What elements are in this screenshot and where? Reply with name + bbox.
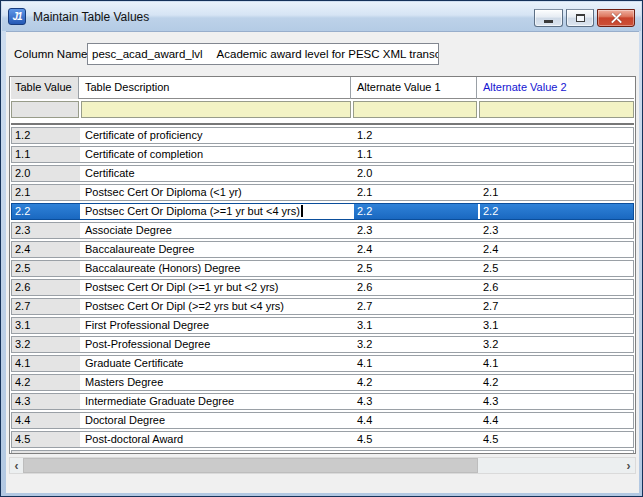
filter-table-value[interactable]	[11, 101, 79, 118]
empty-table-row[interactable]	[11, 450, 634, 454]
restore-button[interactable]	[566, 9, 594, 27]
cell-alternate-value-2[interactable]: 4.3	[480, 394, 633, 409]
table-row[interactable]: 4.3 Intermediate Graduate Degree 4.3 4.3	[11, 393, 634, 410]
cell-table-value[interactable]: 4.2	[12, 375, 80, 390]
scroll-left-arrow-icon[interactable]: ‹	[10, 458, 23, 473]
cell-alternate-value-2[interactable]: 4.1	[480, 356, 633, 371]
cell-alternate-value-2[interactable]: 2.1	[480, 185, 633, 200]
cell-alternate-value-2[interactable]: 3.1	[480, 318, 633, 333]
cell-alternate-value-1[interactable]: 3.2	[354, 337, 478, 352]
cell-alternate-value-1[interactable]: 4.1	[354, 356, 478, 371]
filter-alternate-value-1[interactable]	[353, 101, 477, 118]
scrollbar-track[interactable]	[23, 458, 622, 473]
cell-alternate-value-1[interactable]: 1.1	[354, 147, 478, 162]
cell-table-description[interactable]: First Professional Degree	[82, 318, 352, 333]
cell-table-value[interactable]: 2.3	[12, 223, 80, 238]
horizontal-scrollbar[interactable]: ‹ ›	[9, 457, 636, 474]
table-row[interactable]: 4.1 Graduate Certificate 4.1 4.1	[11, 355, 634, 372]
cell-table-value[interactable]: 1.1	[12, 147, 80, 162]
table-row[interactable]: 4.5 Post-doctoral Award 4.5 4.5	[11, 431, 634, 448]
cell-alternate-value-2[interactable]: 2.2	[480, 204, 633, 219]
table-row[interactable]: 2.3 Associate Degree 2.3 2.3	[11, 222, 634, 239]
close-button[interactable]	[597, 9, 635, 27]
table-row[interactable]: 2.1 Postsec Cert Or Diploma (<1 yr) 2.1 …	[11, 184, 634, 201]
cell-table-value[interactable]: 2.0	[12, 166, 80, 181]
table-row[interactable]: 4.2 Masters Degree 4.2 4.2	[11, 374, 634, 391]
minimize-button[interactable]	[534, 9, 563, 27]
cell-alternate-value-2[interactable]: 2.7	[480, 299, 633, 314]
cell-table-description[interactable]: Certificate of proficiency	[82, 128, 352, 143]
cell-table-value[interactable]: 3.1	[12, 318, 80, 333]
table-row[interactable]: 2.4 Baccalaureate Degree 2.4 2.4	[11, 241, 634, 258]
header-table-description[interactable]: Table Description	[81, 77, 351, 99]
cell-table-value[interactable]: 2.1	[12, 185, 80, 200]
column-name-field[interactable]: pesc_acad_award_lvl Academic award level…	[87, 43, 439, 65]
cell-table-value[interactable]: 2.7	[12, 299, 80, 314]
cell-table-description[interactable]: Intermediate Graduate Degree	[82, 394, 352, 409]
cell-alternate-value-2[interactable]: 4.5	[480, 432, 633, 447]
cell-alternate-value-1[interactable]: 2.6	[354, 280, 478, 295]
cell-alternate-value-1[interactable]: 4.4	[354, 413, 478, 428]
cell-table-description[interactable]: Postsec Cert Or Dipl (>=1 yr but <2 yrs)	[82, 280, 352, 295]
cell-alternate-value-1[interactable]: 3.1	[354, 318, 478, 333]
scrollbar-thumb[interactable]	[23, 458, 478, 473]
cell-table-value[interactable]: 4.4	[12, 413, 80, 428]
cell-table-description[interactable]: Postsec Cert Or Diploma (<1 yr)	[82, 185, 352, 200]
cell-alternate-value-1[interactable]: 2.0	[354, 166, 478, 181]
table-row[interactable]: 2.5 Baccalaureate (Honors) Degree 2.5 2.…	[11, 260, 634, 277]
cell-alternate-value-1[interactable]: 2.1	[354, 185, 478, 200]
cell-alternate-value-2[interactable]	[480, 128, 633, 143]
cell-alternate-value-1[interactable]: 2.4	[354, 242, 478, 257]
cell-table-description[interactable]: Post-doctoral Award	[82, 432, 352, 447]
cell-alternate-value-2[interactable]: 2.3	[480, 223, 633, 238]
cell-alternate-value-2[interactable]	[480, 451, 633, 454]
cell-table-description[interactable]: Doctoral Degree	[82, 413, 352, 428]
cell-table-description[interactable]: Certificate	[82, 166, 352, 181]
table-row[interactable]: 4.4 Doctoral Degree 4.4 4.4	[11, 412, 634, 429]
cell-alternate-value-2[interactable]: 2.5	[480, 261, 633, 276]
cell-alternate-value-1[interactable]: 4.3	[354, 394, 478, 409]
cell-table-description[interactable]: Graduate Certificate	[82, 356, 352, 371]
cell-alternate-value-2[interactable]: 3.2	[480, 337, 633, 352]
cell-alternate-value-1[interactable]: 2.3	[354, 223, 478, 238]
cell-alternate-value-2[interactable]	[480, 166, 633, 181]
table-row[interactable]: 3.1 First Professional Degree 3.1 3.1	[11, 317, 634, 334]
cell-alternate-value-2[interactable]: 4.2	[480, 375, 633, 390]
table-row[interactable]: 1.1 Certificate of completion 1.1	[11, 146, 634, 163]
table-row[interactable]: 2.7 Postsec Cert Or Dipl (>=2 yrs but <4…	[11, 298, 634, 315]
table-row[interactable]: 1.2 Certificate of proficiency 1.2	[11, 127, 634, 144]
cell-alternate-value-2[interactable]: 4.4	[480, 413, 633, 428]
table-row[interactable]: 2.2 Postsec Cert Or Diploma (>=1 yr but …	[11, 203, 634, 220]
header-table-value[interactable]: Table Value	[11, 77, 79, 99]
cell-table-value[interactable]: 4.1	[12, 356, 80, 371]
cell-table-value[interactable]: 2.5	[12, 261, 80, 276]
cell-alternate-value-1[interactable]: 2.5	[354, 261, 478, 276]
cell-alternate-value-1[interactable]: 4.2	[354, 375, 478, 390]
cell-table-value[interactable]: 4.3	[12, 394, 80, 409]
filter-alternate-value-2[interactable]	[479, 101, 634, 118]
cell-table-value[interactable]	[12, 451, 80, 454]
cell-table-value[interactable]: 4.5	[12, 432, 80, 447]
app-icon[interactable]: J1	[8, 8, 26, 25]
cell-table-description[interactable]: Associate Degree	[82, 223, 352, 238]
cell-table-description[interactable]	[82, 451, 352, 454]
header-alternate-value-1[interactable]: Alternate Value 1	[353, 77, 477, 99]
cell-table-value[interactable]: 2.2	[12, 204, 80, 219]
cell-table-description[interactable]: Baccalaureate (Honors) Degree	[82, 261, 352, 276]
cell-alternate-value-1[interactable]: 2.2	[354, 204, 478, 219]
cell-alternate-value-2[interactable]: 2.6	[480, 280, 633, 295]
filter-table-description[interactable]	[81, 101, 351, 118]
cell-alternate-value-2[interactable]	[480, 147, 633, 162]
cell-alternate-value-1[interactable]	[354, 451, 478, 454]
header-alternate-value-2[interactable]: Alternate Value 2	[479, 77, 634, 99]
table-row[interactable]: 2.6 Postsec Cert Or Dipl (>=1 yr but <2 …	[11, 279, 634, 296]
cell-table-description[interactable]: Certificate of completion	[82, 147, 352, 162]
cell-table-description[interactable]: Post-Professional Degree	[82, 337, 352, 352]
cell-alternate-value-1[interactable]: 4.5	[354, 432, 478, 447]
cell-table-description[interactable]: Masters Degree	[82, 375, 352, 390]
cell-alternate-value-1[interactable]: 2.7	[354, 299, 478, 314]
cell-alternate-value-1[interactable]: 1.2	[354, 128, 478, 143]
cell-table-description[interactable]: Postsec Cert Or Dipl (>=2 yrs but <4 yrs…	[82, 299, 352, 314]
table-row[interactable]: 3.2 Post-Professional Degree 3.2 3.2	[11, 336, 634, 353]
cell-table-value[interactable]: 2.6	[12, 280, 80, 295]
